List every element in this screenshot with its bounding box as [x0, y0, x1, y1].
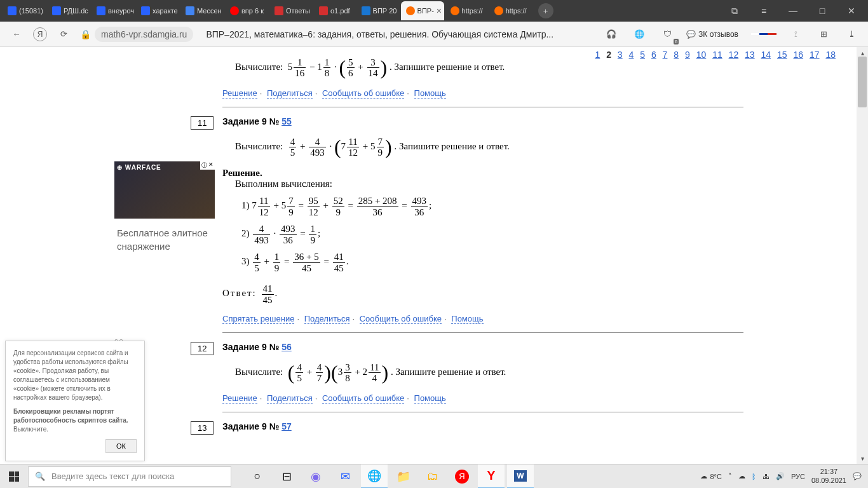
ad-banner[interactable]: ⊕ WARFACE ⓘ✕ — [114, 161, 215, 219]
tab-vpr20[interactable]: ВПР 20 — [356, 1, 400, 20]
browser-tabs-bar: (15081) РДШ.dc внеуроч характе Мессен вп… — [0, 0, 868, 22]
shield-icon[interactable]: 🛡6 — [658, 25, 676, 43]
search-icon: 🔍 — [35, 471, 45, 481]
tray-onedrive-icon[interactable]: ☁ — [738, 472, 745, 480]
tab-https-1[interactable]: https:// — [445, 1, 488, 20]
task-11-answer: Ответ: 4145. — [222, 283, 743, 305]
start-button[interactable] — [0, 464, 28, 489]
taskbar-folder-icon[interactable]: 🗂 — [419, 464, 446, 489]
share-link[interactable]: Поделиться — [304, 314, 350, 324]
page-title: ВПР–2021, математика–6: задания, ответы,… — [206, 29, 553, 39]
translate-icon[interactable]: 🌐 — [630, 25, 648, 43]
taskbar-yandex-red-icon[interactable]: Я — [449, 464, 475, 489]
task-11-header: Задание 9 № 55 — [222, 116, 743, 126]
help-link[interactable]: Помощь — [414, 393, 446, 403]
weather-widget[interactable]: ☁ 8°C — [700, 472, 721, 480]
tab-vpr-active[interactable]: ВПР-× — [401, 1, 444, 20]
page-18[interactable]: 18 — [825, 50, 836, 60]
tab-messenger[interactable]: Мессен — [180, 1, 224, 20]
windows-taskbar: 🔍 Введите здесь текст для поиска ○ ⊟ ◉ ✉… — [0, 464, 868, 488]
tab-vneuroch[interactable]: внеуроч — [92, 1, 135, 20]
report-link[interactable]: Сообщить об ошибке — [322, 88, 404, 98]
scroll-thumb[interactable] — [858, 57, 867, 107]
tray-volume-icon[interactable]: 🔊 — [776, 472, 785, 480]
tab-https-2[interactable]: https:// — [489, 1, 532, 20]
task-view-icon[interactable]: ⊟ — [273, 464, 300, 489]
url-box[interactable]: 🔒 math6-vpr.sdamgia.ru — [80, 27, 193, 42]
taskbar-mail-icon[interactable]: ✉ — [332, 464, 358, 489]
page-14[interactable]: 14 — [761, 50, 771, 60]
help-link[interactable]: Помощь — [451, 314, 483, 324]
headphones-icon[interactable]: 🎧 — [602, 25, 620, 43]
tab-otvety[interactable]: Ответы — [269, 1, 313, 20]
tray-chevron-up-icon[interactable]: ˄ — [728, 472, 732, 480]
cookie-notice: Для персонализации сервисов сайта и удоб… — [5, 341, 145, 461]
tray-bluetooth-icon[interactable]: ᛒ — [752, 473, 756, 480]
menu-icon[interactable]: ≡ — [755, 6, 773, 16]
tray-language[interactable]: РУС — [791, 473, 805, 480]
page-15[interactable]: 15 — [777, 50, 787, 60]
lock-icon: 🔒 — [80, 29, 91, 39]
taskbar-word-icon[interactable]: W — [507, 464, 534, 489]
tab-vpr6[interactable]: впр 6 к — [225, 1, 268, 20]
cookie-text-2: Блокировщики рекламы портят работоспособ… — [13, 407, 137, 434]
scroll-down-icon[interactable]: ▾ — [857, 452, 868, 464]
taskbar-yandex-icon[interactable]: ◉ — [302, 464, 329, 489]
share-link[interactable]: Поделиться — [267, 88, 313, 98]
reload-button[interactable]: ⟳ — [55, 25, 72, 43]
hide-solution-link[interactable]: Спрятать решение — [222, 314, 294, 324]
taskbar-edge-icon[interactable]: 🌐 — [361, 464, 388, 489]
page-16[interactable]: 16 — [793, 50, 803, 60]
report-link[interactable]: Сообщить об ошибке — [360, 314, 442, 324]
task-13: 13 Задание 9 № 57 — [222, 412, 743, 431]
share-link[interactable]: Поделиться — [267, 393, 313, 403]
downloads-icon[interactable]: ⤓ — [843, 25, 860, 43]
taskbar-explorer-icon[interactable]: 📁 — [390, 464, 417, 489]
task-11-solution: Решение. Выполним вычисления: 1) 71112 +… — [222, 168, 743, 305]
close-icon[interactable]: × — [437, 6, 442, 16]
solution-link[interactable]: Решение — [222, 88, 257, 98]
tabs-overview-icon[interactable]: ⧉ — [726, 6, 743, 17]
tab-rdsh[interactable]: РДШ.dc — [47, 1, 90, 20]
task-12-id-link[interactable]: 56 — [281, 342, 292, 352]
solution-link[interactable]: Решение — [222, 393, 257, 403]
page-13[interactable]: 13 — [745, 50, 755, 60]
cortana-icon[interactable]: ○ — [244, 464, 271, 489]
tab-o1pdf[interactable]: о1.pdf — [314, 1, 355, 20]
maximize-button[interactable]: □ — [813, 6, 831, 16]
tray-clock[interactable]: 21:37 08.09.2021 — [811, 468, 846, 484]
tab-mail-15081[interactable]: (15081) — [3, 1, 46, 20]
yandex-home-icon[interactable]: Я — [33, 27, 47, 41]
tab-kharakte[interactable]: характе — [136, 1, 179, 20]
bookmark-icon[interactable]: ⟟ — [787, 25, 804, 43]
taskbar-search[interactable]: 🔍 Введите здесь текст для поиска — [28, 466, 231, 487]
task-12: 12 Задание 9 № 56 Вычислите: (45 + 47)(3… — [222, 332, 743, 403]
ad-info-icon[interactable]: ⓘ✕ — [200, 161, 215, 170]
extensions-icon[interactable]: ⊞ — [815, 25, 832, 43]
reviews-link[interactable]: 💬ЗК отзывов — [686, 30, 738, 39]
task-10-expression: Вычислите: 5116 − 118 · (56 + 314) . Зап… — [235, 56, 743, 79]
url-host: math6-vpr.sdamgia.ru — [95, 27, 193, 42]
taskbar-yandex-browser-icon[interactable]: Y — [478, 464, 505, 489]
calc-step-2: 2) 4493 · 49336 = 19; — [241, 224, 743, 245]
tray-network-icon[interactable]: 🖧 — [763, 473, 770, 480]
back-button[interactable]: ← — [8, 25, 25, 43]
close-window-button[interactable]: ✕ — [843, 6, 860, 16]
minimize-button[interactable]: — — [784, 6, 802, 16]
task-11-id-link[interactable]: 55 — [281, 116, 292, 126]
task-12-header: Задание 9 № 56 — [222, 342, 743, 352]
task-13-id-link[interactable]: 57 — [281, 421, 292, 431]
task-10: Вычислите: 5116 − 118 · (56 + 314) . Зап… — [222, 56, 743, 98]
page-17[interactable]: 17 — [810, 50, 820, 60]
cookie-ok-button[interactable]: ОК — [105, 439, 137, 453]
help-link[interactable]: Помощь — [414, 88, 446, 98]
vertical-scrollbar[interactable]: ▴ ▾ — [857, 47, 868, 464]
system-tray: ☁ 8°C ˄ ☁ ᛒ 🖧 🔊 РУС 21:37 08.09.2021 💬 — [700, 468, 868, 484]
task-12-expression: Вычислите: (45 + 47)(338 + 2114) . Запиш… — [235, 361, 743, 384]
task-11-links: Спрятать решение· Поделиться· Сообщить о… — [222, 314, 743, 323]
tray-notifications-icon[interactable]: 💬 — [853, 472, 862, 480]
new-tab-button[interactable]: + — [538, 3, 553, 18]
task-13-header: Задание 9 № 57 — [222, 421, 743, 431]
report-link[interactable]: Сообщить об ошибке — [322, 393, 404, 403]
ad-text[interactable]: Бесплатное элитное снаряжение — [114, 219, 215, 261]
